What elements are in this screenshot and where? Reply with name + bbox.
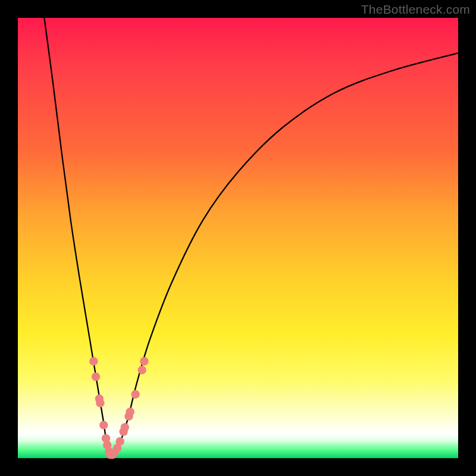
data-point [140, 357, 148, 365]
data-point [99, 421, 108, 429]
data-point [138, 366, 146, 374]
data-point [116, 437, 124, 446]
data-point [121, 423, 129, 431]
data-point [92, 372, 100, 381]
bottleneck-curve [44, 18, 458, 458]
data-point [126, 408, 134, 416]
chart-svg [0, 0, 476, 476]
chart-frame: TheBottleneck.com [0, 0, 476, 476]
curve-layer [44, 18, 458, 458]
data-point [131, 390, 139, 399]
data-point [96, 399, 104, 407]
data-point [89, 357, 98, 365]
data-point-layer [89, 357, 148, 459]
